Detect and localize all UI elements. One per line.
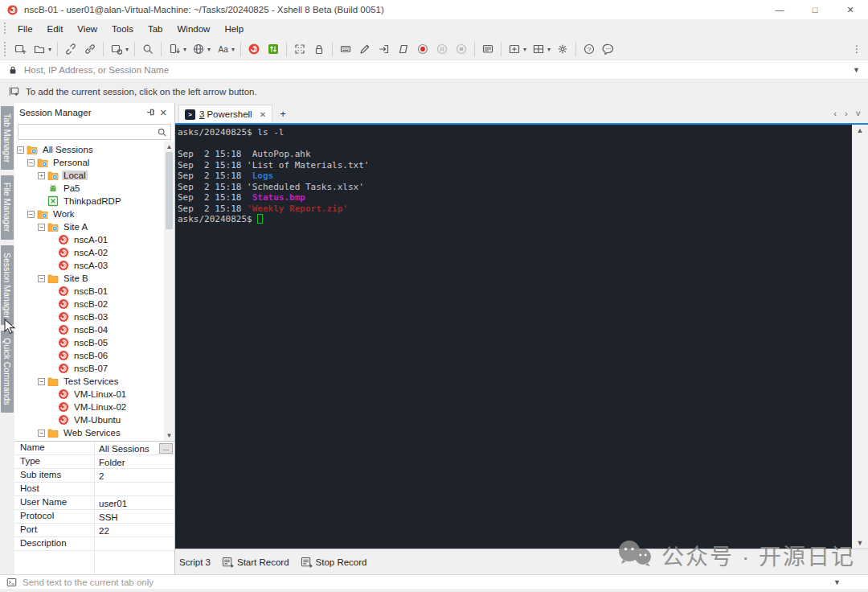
quick-command-stop-record[interactable]: Stop Record (301, 557, 367, 568)
panel-close-icon[interactable]: ✕ (157, 108, 170, 118)
tree-item-nscb-06[interactable]: nscB-06 (14, 349, 164, 362)
fullscreen-icon[interactable] (290, 39, 309, 59)
pause-record-icon[interactable] (432, 39, 452, 59)
tab-powershell[interactable]: > 3 Powershell ✕ (178, 105, 272, 123)
xshell-app-icon[interactable] (244, 39, 264, 59)
minimize-icon[interactable]: — (762, 0, 797, 19)
side-tab-session-manager[interactable]: Session Manager (1, 245, 14, 326)
property-row-host[interactable]: Host (14, 483, 174, 496)
tree-item-vm-linux-02[interactable]: VM-Linux-02 (14, 401, 164, 413)
feedback-icon[interactable] (599, 39, 618, 59)
property-row-user-name[interactable]: User Nameuser01 (14, 496, 174, 510)
quick-command-start-record[interactable]: Start Record (222, 557, 289, 568)
menu-edit[interactable]: Edit (40, 22, 71, 36)
property-row-port[interactable]: Port22 (14, 524, 174, 537)
tree-item-web-services[interactable]: −Web Services (14, 426, 164, 439)
tree-item-test-services[interactable]: −Test Services (14, 375, 164, 388)
terminal-scrollbar[interactable]: ▲ ▼ (852, 125, 868, 549)
tree-item-nsca-03[interactable]: nscA-03 (14, 259, 164, 272)
menubar-grip[interactable] (3, 22, 6, 35)
property-row-protocol[interactable]: ProtocolSSH (14, 510, 174, 524)
run-script-icon[interactable] (394, 39, 413, 59)
expander-minus-icon[interactable]: − (38, 275, 45, 282)
close-icon[interactable]: ✕ (833, 0, 868, 19)
tree-item-nscb-07[interactable]: nscB-07 (14, 362, 164, 375)
tree-item-thinkpadrdp[interactable]: ThinkpadRDP (14, 195, 164, 208)
tab-close-icon[interactable]: ✕ (260, 110, 266, 119)
new-session-icon[interactable] (10, 39, 30, 59)
tab-scroll-left-icon[interactable]: ‹ (829, 109, 841, 118)
session-properties-icon[interactable] (107, 39, 126, 59)
tree-item-nscb-01[interactable]: nscB-01 (14, 285, 164, 298)
tree-item-vm-ubuntu[interactable]: VM-Ubuntu (14, 413, 164, 426)
property-row-description[interactable]: Description (14, 537, 174, 551)
font-size-icon[interactable]: Aa (213, 39, 232, 59)
tree-item-nscb-04[interactable]: nscB-04 (14, 323, 164, 336)
tree-item-local[interactable]: +Local (14, 169, 164, 182)
side-tab-file-manager[interactable]: File Manager (1, 175, 14, 239)
menu-window[interactable]: Window (170, 22, 217, 36)
scroll-down-icon[interactable]: ▼ (164, 430, 174, 441)
property-row-name[interactable]: NameAll Sessions... (14, 442, 174, 455)
menu-tab[interactable]: Tab (141, 22, 170, 36)
compose-bar-icon[interactable] (355, 39, 375, 59)
session-properties-dropdown-icon[interactable]: ▾ (125, 46, 129, 53)
scroll-up-icon[interactable]: ▲ (164, 142, 174, 152)
tree-item-personal[interactable]: −Personal (14, 156, 164, 169)
tree-item-pa5[interactable]: Pa5 (14, 182, 164, 195)
terminal-scroll-up-icon[interactable]: ▲ (852, 125, 868, 136)
maximize-icon[interactable]: □ (797, 0, 833, 19)
tree-item-work[interactable]: −Work (14, 208, 164, 220)
new-tab-button[interactable]: + (274, 105, 292, 123)
help-icon[interactable]: ? (579, 39, 599, 59)
tree-item-nsca-02[interactable]: nscA-02 (14, 246, 164, 259)
tree-item-nscb-05[interactable]: nscB-05 (14, 336, 164, 349)
expander-minus-icon[interactable]: − (38, 378, 45, 385)
expander-plus-icon[interactable]: + (38, 172, 45, 179)
expander-minus-icon[interactable]: − (27, 211, 35, 218)
virtual-keyboard-icon[interactable] (336, 39, 355, 59)
tree-item-vm-linux-01[interactable]: VM-Linux-01 (14, 388, 164, 401)
new-tab-icon[interactable] (505, 39, 524, 59)
tree-scrollbar[interactable]: ▲ ▼ (164, 142, 174, 441)
font-size-dropdown-icon[interactable]: ▾ (231, 46, 235, 53)
lock-screen-icon[interactable] (309, 39, 329, 59)
property-row-sub-items[interactable]: Sub items2 (14, 469, 174, 483)
new-file-transfer-dropdown-icon[interactable]: ▾ (183, 46, 186, 53)
address-bar[interactable]: Host, IP Address, or Session Name ▼ (0, 60, 868, 80)
pin-icon[interactable] (144, 108, 157, 118)
tree-item-nscb-03[interactable]: nscB-03 (14, 310, 164, 323)
expander-minus-icon[interactable]: − (27, 159, 35, 166)
tree-item-nsca-01[interactable]: nscA-01 (14, 233, 164, 246)
tab-list-icon[interactable]: ˅ (852, 109, 865, 118)
address-dropdown-icon[interactable]: ▼ (853, 66, 860, 74)
side-tab-quick-commands[interactable]: Quick Commands (1, 331, 14, 412)
toolbar-overflow-icon[interactable]: ⋮ (852, 43, 862, 55)
tree-item-site-a[interactable]: −Site A (14, 220, 164, 233)
tab-settings-icon[interactable] (553, 39, 572, 59)
send-text-bar[interactable]: Send text to the current tab only ▼ (0, 574, 868, 589)
start-record-icon[interactable] (413, 39, 432, 59)
menu-tools[interactable]: Tools (104, 22, 141, 36)
menu-view[interactable]: View (70, 22, 104, 36)
terminal-screen[interactable]: asks/20240825$ ls -l Sep 2 15:18 AutoPop… (175, 125, 852, 549)
side-tab-tab-manager[interactable]: Tab Manager (1, 106, 14, 170)
open-folder-dropdown-icon[interactable]: ▾ (48, 46, 51, 53)
expander-minus-icon[interactable]: − (38, 430, 45, 437)
menu-help[interactable]: Help (217, 22, 251, 36)
menu-file[interactable]: File (10, 22, 40, 36)
tree-item-partial[interactable] (14, 439, 164, 441)
find-icon[interactable] (138, 39, 158, 59)
stop-record-icon[interactable] (452, 39, 471, 59)
send-text-input[interactable]: Send text to the current tab only (23, 578, 154, 587)
xftp-app-icon[interactable] (264, 39, 283, 59)
send-input-icon[interactable] (375, 39, 394, 59)
disconnect-icon[interactable] (61, 39, 80, 59)
tree-item-nscb-02[interactable]: nscB-02 (14, 298, 164, 310)
toolbar-grip[interactable] (3, 41, 6, 56)
send-dropdown-icon[interactable]: ▼ (833, 578, 841, 586)
new-file-transfer-icon[interactable] (165, 39, 184, 59)
reconnect-icon[interactable] (80, 39, 100, 59)
expander-minus-icon[interactable]: − (38, 224, 45, 231)
web-browser-dropdown-icon[interactable]: ▾ (207, 46, 211, 53)
